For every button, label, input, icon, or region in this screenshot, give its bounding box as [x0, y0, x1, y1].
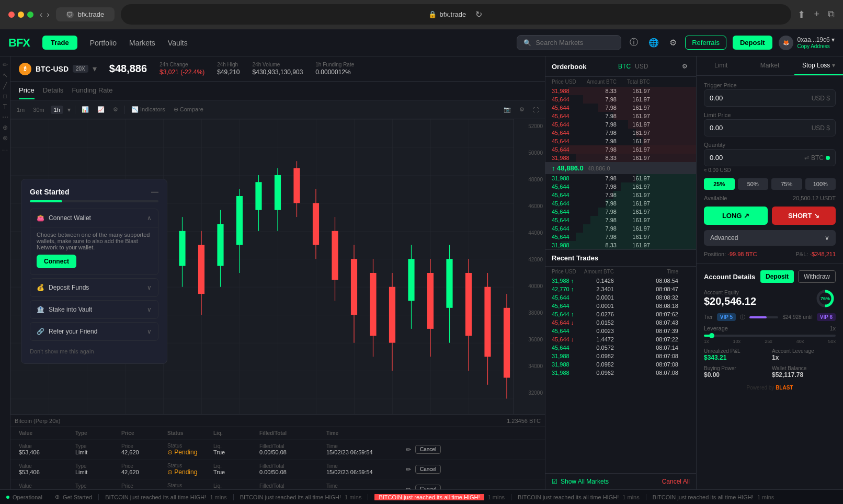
- account-withdraw-button[interactable]: Withdraw: [798, 270, 836, 283]
- trigger-price-input[interactable]: [710, 94, 751, 102]
- sidebar-line-icon[interactable]: ╱: [1, 82, 9, 90]
- compare-button[interactable]: ⊕ Compare: [172, 104, 206, 115]
- timeframe-30m[interactable]: 30m: [31, 105, 46, 115]
- tabs-icon[interactable]: ⧉: [828, 9, 835, 20]
- trade-nav-button[interactable]: Trade: [42, 36, 77, 50]
- short-button[interactable]: SHORT ↘: [772, 207, 836, 225]
- pct-25-button[interactable]: 25%: [704, 178, 735, 190]
- list-item[interactable]: 45,644 7.98 161.97: [545, 120, 696, 129]
- timeframe-dropdown-icon[interactable]: ▾: [67, 106, 71, 113]
- list-item[interactable]: 31,988 7.98 161.97: [545, 174, 696, 182]
- order-cancel-button-3[interactable]: Cancel: [415, 485, 441, 489]
- get-started-status[interactable]: ⊕ Get Started: [49, 494, 98, 500]
- leverage-slider[interactable]: [704, 335, 836, 337]
- orderbook-settings-icon[interactable]: ⚙: [680, 61, 690, 72]
- timeframe-1h[interactable]: 1h: [51, 106, 63, 114]
- dont-show-button[interactable]: Don't show me this again: [30, 348, 94, 354]
- list-item[interactable]: 45,644 7.98 161.97: [545, 129, 696, 137]
- minimize-button[interactable]: [18, 12, 24, 18]
- gs-item-refer-friend-header[interactable]: 🔗 Refer your Friend ∨: [30, 323, 158, 340]
- list-item[interactable]: 45,644 7.98 161.97: [545, 95, 696, 104]
- browser-tab[interactable]: 🛡 bfx.trade: [56, 7, 115, 21]
- copy-address-link[interactable]: Copy Address: [798, 43, 835, 49]
- tab-details[interactable]: Details: [43, 82, 64, 99]
- quantity-swap-icon[interactable]: ⇌: [804, 154, 809, 161]
- show-all-markets-link[interactable]: Show All Markets: [561, 478, 609, 485]
- sidebar-magnet-icon[interactable]: ⊗: [1, 134, 9, 142]
- help-icon-button[interactable]: ⓘ: [628, 35, 640, 50]
- limit-price-input-row[interactable]: USD $: [704, 119, 836, 136]
- back-button[interactable]: ‹: [40, 10, 42, 19]
- chart-type-candle-icon[interactable]: 📊: [79, 104, 91, 115]
- forward-button[interactable]: ›: [47, 10, 49, 19]
- order-edit-button-2[interactable]: ✏: [404, 464, 413, 475]
- list-item[interactable]: 45,644 7.98 161.97: [545, 208, 696, 216]
- list-item[interactable]: 45,644 7.98 161.97: [545, 112, 696, 120]
- tab-market[interactable]: Market: [745, 56, 794, 75]
- get-started-close-icon[interactable]: —: [151, 188, 158, 196]
- screenshot-icon[interactable]: 📷: [502, 104, 513, 115]
- sidebar-shapes-icon[interactable]: □: [1, 92, 9, 100]
- ob-tab-btc[interactable]: BTC: [618, 63, 631, 70]
- advanced-row[interactable]: Advanced ∨: [704, 230, 836, 246]
- list-item[interactable]: 45,644 7.98 161.97: [545, 199, 696, 208]
- pct-75-button[interactable]: 75%: [771, 178, 802, 190]
- pct-50-button[interactable]: 50%: [738, 178, 769, 190]
- order-cancel-button-2[interactable]: Cancel: [415, 465, 441, 474]
- gs-item-deposit-funds-header[interactable]: 💰 Deposit Funds ∨: [30, 279, 158, 296]
- search-input[interactable]: [536, 39, 614, 47]
- list-item[interactable]: 31,988 8.33 161.97: [545, 87, 696, 95]
- fullscreen-chart-icon[interactable]: ⛶: [531, 104, 541, 115]
- sidebar-measure-icon[interactable]: ⋯: [1, 113, 9, 121]
- trigger-price-input-row[interactable]: USD $: [704, 89, 836, 107]
- pair-dropdown-icon[interactable]: ▾: [93, 64, 97, 74]
- account-deposit-button[interactable]: Deposit: [760, 270, 794, 283]
- ob-tab-usd[interactable]: USD: [635, 63, 648, 70]
- share-icon[interactable]: ⬆: [798, 9, 805, 20]
- settings-icon[interactable]: ⚙: [517, 104, 527, 115]
- close-button[interactable]: [8, 12, 15, 18]
- limit-price-input[interactable]: [710, 124, 751, 132]
- order-edit-button-1[interactable]: ✏: [404, 444, 413, 455]
- cancel-all-button[interactable]: Cancel All: [662, 478, 690, 485]
- portfolio-nav-link[interactable]: Portfolio: [90, 39, 117, 47]
- search-bar[interactable]: 🔍: [517, 35, 621, 50]
- list-item[interactable]: 45,644 7.98 161.97: [545, 137, 696, 145]
- gs-item-stake-vault-header[interactable]: 🏦 Stake into Vault ∨: [30, 301, 158, 318]
- add-tab-icon[interactable]: +: [814, 9, 819, 20]
- order-edit-button-3[interactable]: ✏: [404, 484, 413, 490]
- sidebar-zoom-icon[interactable]: ⊕: [1, 123, 9, 132]
- sidebar-more-icon[interactable]: …: [1, 144, 9, 153]
- vaults-nav-link[interactable]: Vaults: [168, 39, 188, 47]
- tab-stop-loss[interactable]: Stop Loss ▾: [794, 56, 843, 75]
- sidebar-draw-icon[interactable]: ✏: [1, 61, 9, 69]
- quantity-input[interactable]: [710, 154, 751, 162]
- list-item[interactable]: 45,644 7.98 161.97: [545, 145, 696, 154]
- translate-icon-button[interactable]: 🌐: [646, 36, 661, 50]
- timeframe-1m[interactable]: 1m: [15, 105, 27, 115]
- tab-funding-rate[interactable]: Funding Rate: [72, 82, 112, 99]
- sidebar-text-icon[interactable]: T: [1, 102, 9, 111]
- chart-settings-icon[interactable]: ⚙: [111, 104, 120, 115]
- connect-wallet-button[interactable]: Connect: [37, 255, 76, 268]
- tab-limit[interactable]: Limit: [697, 56, 745, 75]
- show-markets-checkbox-icon[interactable]: ☑: [552, 478, 557, 485]
- list-item[interactable]: 45,644 7.98 161.97: [545, 233, 696, 241]
- markets-nav-link[interactable]: Markets: [129, 39, 155, 47]
- tab-price[interactable]: Price: [19, 82, 35, 99]
- pct-100-button[interactable]: 100%: [805, 178, 836, 190]
- reload-button[interactable]: ↻: [473, 7, 484, 21]
- fullscreen-button[interactable]: [27, 12, 33, 18]
- tier-info-icon[interactable]: ⓘ: [740, 314, 745, 321]
- deposit-nav-button[interactable]: Deposit: [733, 36, 772, 50]
- list-item[interactable]: 45,644 7.98 161.97: [545, 224, 696, 233]
- order-cancel-button-1[interactable]: Cancel: [415, 445, 441, 454]
- list-item[interactable]: 45,644 7.98 161.97: [545, 182, 696, 191]
- list-item[interactable]: 45,644 7.98 161.97: [545, 191, 696, 199]
- referrals-button[interactable]: Referrals: [685, 36, 726, 50]
- quantity-input-row[interactable]: ⇌ BTC: [704, 149, 836, 166]
- gs-item-connect-wallet-header[interactable]: 👛 Connect Wallet ∧: [30, 209, 158, 227]
- sidebar-cursor-icon[interactable]: ↖: [1, 71, 9, 79]
- list-item[interactable]: 31,988 8.33 161.97: [545, 154, 696, 162]
- list-item[interactable]: 45,644 7.98 161.97: [545, 216, 696, 224]
